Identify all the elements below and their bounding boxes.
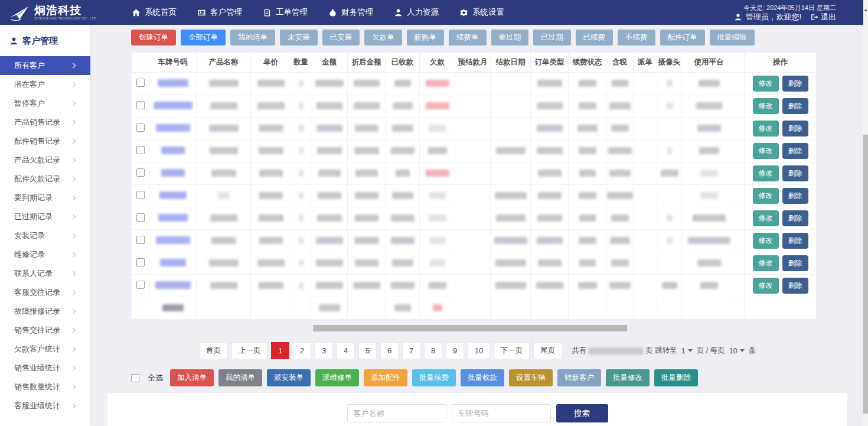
sidebar-item[interactable]: 欠款客户统计 [0,340,90,359]
next-page-button[interactable]: 下一页 [494,342,530,359]
nav-item-finance[interactable]: 财务管理 [328,7,373,18]
row-checkbox[interactable] [136,101,145,109]
sidebar-item[interactable]: 销售交往记录 [0,321,90,340]
customer-name-input[interactable] [347,404,446,422]
row-checkbox[interactable] [136,146,145,154]
filter-button[interactable]: 已过期 [533,30,571,45]
horizontal-scrollbar-thumb[interactable] [313,325,627,331]
page-button[interactable]: 3 [315,342,333,359]
sidebar-item[interactable]: 配件欠款记录 [0,170,90,188]
page-button[interactable]: 4 [337,342,355,359]
search-button[interactable]: 搜索 [556,404,608,422]
page-button[interactable]: 5 [358,342,377,359]
filter-button[interactable]: 全部订单 [181,30,226,45]
filter-button[interactable]: 新购单 [407,30,445,45]
filter-button[interactable]: 创建订单 [131,30,176,45]
sidebar-item[interactable]: 要到期记录 [0,188,90,207]
sidebar-item[interactable]: 客服业绩统计 [0,396,90,415]
select-all-checkbox[interactable] [131,374,139,382]
sidebar-item[interactable]: 已过期记录 [0,207,90,226]
batch-button[interactable]: 批量续费 [412,369,456,386]
filter-button[interactable]: 未安装 [280,30,318,45]
page-button[interactable]: 9 [446,342,464,359]
logout-button[interactable]: 退出 [810,12,836,21]
first-page-button[interactable]: 首页 [199,342,228,359]
scrollbar-up-arrow[interactable] [863,3,868,14]
edit-button[interactable]: 修改 [753,98,779,114]
delete-button[interactable]: 删除 [782,98,808,114]
edit-button[interactable]: 修改 [753,255,779,271]
page-button[interactable]: 7 [402,342,420,359]
delete-button[interactable]: 删除 [782,278,808,294]
edit-button[interactable]: 修改 [753,233,779,249]
delete-button[interactable]: 删除 [782,210,808,226]
row-checkbox[interactable] [136,281,145,289]
delete-button[interactable]: 删除 [782,165,808,181]
plate-number-input[interactable] [452,404,551,422]
batch-button[interactable]: 添加配件 [364,369,407,386]
page-button[interactable]: 8 [424,342,442,359]
vertical-scrollbar-thumb[interactable] [863,135,868,414]
sidebar-item[interactable]: 产品销售记录 [0,113,90,132]
filter-button[interactable]: 续费单 [449,30,487,45]
sidebar-item[interactable]: 安装记录 [0,226,90,245]
sidebar-item[interactable]: 产品欠款记录 [0,151,90,170]
filter-button[interactable]: 要过期 [491,30,529,45]
sidebar-item[interactable]: 暂停客户 [0,94,90,113]
delete-button[interactable]: 删除 [782,233,808,249]
row-checkbox[interactable] [136,168,145,177]
filter-button[interactable]: 配件订单 [660,30,705,45]
filter-button[interactable]: 已安装 [322,30,360,45]
row-checkbox[interactable] [136,79,145,87]
filter-button[interactable]: 批量编辑 [710,30,755,45]
filter-button[interactable]: 我的清单 [230,30,275,45]
delete-button[interactable]: 删除 [782,143,808,159]
page-button[interactable]: 10 [468,342,490,359]
nav-item-settings[interactable]: 系统设置 [459,7,504,18]
sidebar-item[interactable]: 维修记录 [0,245,90,264]
filter-button[interactable]: 不续费 [618,30,655,45]
batch-button[interactable]: 派安装单 [267,369,311,386]
edit-button[interactable]: 修改 [753,165,779,181]
filter-button[interactable]: 欠款单 [364,30,402,45]
sidebar-item[interactable]: 销售数量统计 [0,378,90,396]
per-page-select[interactable]: 10 [727,346,746,356]
batch-button[interactable]: 设置车辆 [509,369,553,386]
batch-button[interactable]: 批量修改 [606,369,650,386]
sidebar-item[interactable]: 潜在客户 [0,75,90,94]
sidebar-item[interactable]: 配件销售记录 [0,132,90,151]
last-page-button[interactable]: 尾页 [533,342,562,359]
edit-button[interactable]: 修改 [753,278,779,294]
prev-page-button[interactable]: 上一页 [231,342,268,359]
filter-button[interactable]: 已续费 [576,30,614,45]
delete-button[interactable]: 删除 [782,188,808,204]
row-checkbox[interactable] [136,213,145,222]
row-checkbox[interactable] [136,191,145,199]
page-button[interactable]: 1 [271,342,289,359]
edit-button[interactable]: 修改 [753,188,779,204]
page-button[interactable]: 2 [293,342,311,359]
batch-button[interactable]: 加入清单 [170,369,214,386]
page-button[interactable]: 6 [380,342,399,359]
row-checkbox[interactable] [136,236,145,244]
batch-button[interactable]: 批量删除 [654,369,698,386]
sidebar-item[interactable]: 所有客户 [0,56,90,75]
nav-item-hr[interactable]: 人力资源 [393,7,439,18]
batch-button[interactable]: 我的清单 [218,369,262,386]
sidebar-item[interactable]: 销售业绩统计 [0,359,90,378]
batch-button[interactable]: 转新客户 [557,369,601,386]
nav-item-customers[interactable]: 客户管理 [197,7,242,18]
edit-button[interactable]: 修改 [753,76,779,92]
nav-item-workorders[interactable]: 工单管理 [262,7,308,18]
batch-button[interactable]: 派维修单 [315,369,359,386]
row-checkbox[interactable] [136,123,145,132]
row-checkbox[interactable] [136,258,145,266]
sidebar-item[interactable]: 联系人记录 [0,264,90,283]
sidebar-item[interactable]: 故障报修记录 [0,302,90,321]
jump-page-select[interactable]: 1 [680,346,694,356]
nav-item-home[interactable]: 系统首页 [131,7,177,18]
delete-button[interactable]: 删除 [782,255,808,271]
sidebar-item[interactable]: 客服交往记录 [0,283,90,302]
edit-button[interactable]: 修改 [753,143,779,159]
edit-button[interactable]: 修改 [753,210,779,226]
